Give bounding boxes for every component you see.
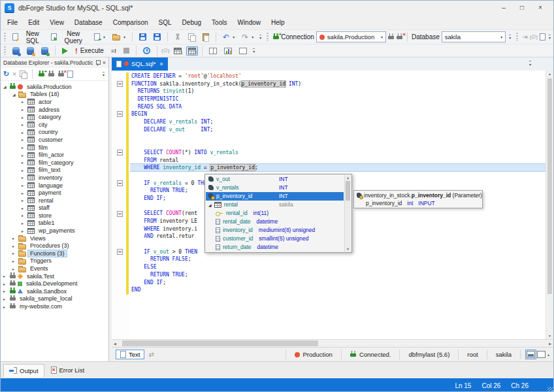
collapsed-arrow-icon[interactable]: ▸ xyxy=(22,168,27,172)
expanded-arrow-icon[interactable]: ◢ xyxy=(208,203,212,207)
disconnect-icon[interactable]: × xyxy=(397,33,403,41)
collapsed-arrow-icon[interactable]: ▸ xyxy=(22,229,27,233)
collapsed-arrow-icon[interactable]: ▸ xyxy=(12,251,18,255)
query-profiler-button[interactable] xyxy=(221,47,235,55)
execute-script-button[interactable]: ≡! xyxy=(108,47,119,55)
connect-icon[interactable] xyxy=(388,33,395,41)
completion-item-inventory_id[interactable]: inventory_idmediumint(8) unsigned xyxy=(206,226,344,235)
run-button[interactable] xyxy=(59,47,71,55)
dropdown-icon[interactable]: ▾ xyxy=(103,35,105,39)
dropdown-icon[interactable]: ▾ xyxy=(252,35,253,39)
toolbar-overflow-icon[interactable]: ▾ xyxy=(509,35,511,40)
database-select[interactable]: sakila ▾ xyxy=(442,31,506,42)
tree-item-views[interactable]: ▸Views xyxy=(1,235,108,242)
maximize-button[interactable]: □ xyxy=(513,1,531,14)
code-line-1[interactable]: CREATE DEFINER = 'root'@'localhost' xyxy=(131,73,546,80)
toolbar-grip[interactable] xyxy=(4,33,6,41)
duplicate-icon[interactable] xyxy=(20,71,27,78)
new-connection-icon[interactable]: + xyxy=(272,33,279,41)
toolbar-grip[interactable] xyxy=(267,33,269,41)
collapsed-arrow-icon[interactable]: ▸ xyxy=(22,191,27,195)
collapsed-arrow-icon[interactable]: ▸ xyxy=(22,198,27,203)
menu-edit[interactable]: Edit xyxy=(23,17,44,28)
row-count-icon[interactable]: (∅) xyxy=(530,35,538,40)
explorer-overflow-icon[interactable]: ▾ xyxy=(103,72,105,77)
scroll-down-icon[interactable]: ▼ xyxy=(546,334,553,338)
new-connection-icon[interactable]: + xyxy=(38,71,44,78)
menu-window[interactable]: Window xyxy=(232,17,266,28)
scrollbar-thumb[interactable] xyxy=(122,340,318,346)
collapsed-arrow-icon[interactable]: ▸ xyxy=(22,137,27,142)
collapsed-arrow-icon[interactable]: ▸ xyxy=(22,115,27,120)
text-view-button[interactable]: Text xyxy=(116,350,144,359)
tree-item-sakila-sample-local[interactable]: ▸sakila_sample_local xyxy=(1,295,108,303)
code-line-10[interactable] xyxy=(131,141,546,149)
tree-item-language[interactable]: ▸language xyxy=(1,182,108,189)
tree-item-functions-3-[interactable]: ▸Functions (3) xyxy=(1,250,108,257)
completion-item-v_out[interactable]: v_outINT xyxy=(206,175,344,184)
code-line-29[interactable]: END xyxy=(131,286,546,294)
completion-scrollbar[interactable]: ▲ ▼ xyxy=(344,175,351,252)
stop-button[interactable] xyxy=(121,47,132,54)
collapsed-arrow-icon[interactable]: ▸ xyxy=(3,274,9,278)
collapsed-arrow-icon[interactable]: ▸ xyxy=(12,267,18,271)
collapse-panel-icon[interactable]: ▴ xyxy=(547,352,549,357)
collapsed-arrow-icon[interactable]: ▸ xyxy=(22,145,27,150)
go-to-icon[interactable]: ⇥ xyxy=(522,34,527,41)
fold-collapse-box[interactable] xyxy=(117,180,123,186)
pin-icon[interactable] xyxy=(95,60,100,66)
dropdown-icon[interactable]: ▾ xyxy=(233,35,235,39)
redo-button[interactable]: ↷ ▾ xyxy=(239,33,256,42)
code-line-2[interactable]: FUNCTION sakila.inventory_in_stock(p_inv… xyxy=(131,80,546,88)
tree-item-sakila-test[interactable]: ▸sakila.Test xyxy=(1,272,108,280)
stop-refresh-icon[interactable]: × xyxy=(12,71,16,78)
database-sync-button[interactable] xyxy=(39,46,51,56)
code-line-6[interactable]: BEGIN xyxy=(131,110,546,118)
collapsed-arrow-icon[interactable]: ▸ xyxy=(22,213,27,218)
layout-button[interactable] xyxy=(206,47,220,55)
explorer-tree[interactable]: ◢sakila.Production◢Tables (18)▸actor▸add… xyxy=(1,81,108,361)
collapsed-arrow-icon[interactable]: ▸ xyxy=(3,304,9,309)
collapsed-arrow-icon[interactable]: ▸ xyxy=(22,183,27,188)
scroll-down-icon[interactable]: ▼ xyxy=(345,247,351,251)
tab-output[interactable]: Output xyxy=(3,364,44,377)
menu-sql[interactable]: SQL xyxy=(154,17,177,28)
toolbar-grip[interactable] xyxy=(4,46,6,55)
tree-item-rental[interactable]: ▸rental xyxy=(1,197,108,204)
execute-button[interactable]: ! Execute xyxy=(73,46,106,56)
tree-item-table1[interactable]: ▸table1 xyxy=(1,220,108,227)
database-new-button[interactable] xyxy=(10,46,22,56)
collapsed-arrow-icon[interactable]: ▸ xyxy=(3,289,9,293)
swap-view-icon[interactable]: ⇄ xyxy=(148,351,154,358)
tree-item-store[interactable]: ▸store xyxy=(1,212,108,220)
connection-select[interactable]: sakila.Production ▾ xyxy=(316,31,386,42)
scroll-up-icon[interactable]: ▲ xyxy=(546,72,553,76)
tree-item-city[interactable]: ▸city xyxy=(1,121,108,129)
fold-collapse-box[interactable] xyxy=(117,211,123,217)
undo-button[interactable]: ↶ ▾ xyxy=(220,33,237,42)
import-data-button[interactable]: ↓ xyxy=(171,47,184,55)
code-line-9[interactable] xyxy=(131,133,546,141)
tree-item-sakila-sandbox[interactable]: ▸sakila.Sandbox xyxy=(1,287,108,295)
completion-item-v_rentals[interactable]: v_rentalsINT xyxy=(206,184,344,192)
menu-help[interactable]: Help xyxy=(266,17,290,28)
code-line-8[interactable]: DECLARE v_out INT; xyxy=(131,126,546,134)
tree-item-events[interactable]: ▸Events xyxy=(1,265,108,272)
scroll-right-icon[interactable]: ▶ xyxy=(549,342,551,346)
tree-item-sakila-development[interactable]: ▸sakila.Development xyxy=(1,280,108,287)
minimize-button[interactable]: – xyxy=(495,1,513,14)
menu-view[interactable]: View xyxy=(44,17,69,28)
query-history-button[interactable] xyxy=(140,46,153,55)
save-all-button[interactable] xyxy=(151,33,163,41)
code-line-11[interactable]: SELECT COUNT(*) INTO v_rentals xyxy=(131,149,546,157)
code-line-3[interactable]: RETURNS tinyint(1) xyxy=(131,88,546,95)
completion-item-rental_date[interactable]: rental_datedatetime xyxy=(206,218,344,226)
new-window-button[interactable] xyxy=(236,47,250,55)
disconnect-icon[interactable]: × xyxy=(57,71,64,78)
scrollbar-thumb[interactable] xyxy=(346,181,350,201)
collapsed-arrow-icon[interactable]: ▸ xyxy=(22,153,27,157)
tree-item-film-actor[interactable]: ▸film_actor xyxy=(1,151,108,159)
expanded-arrow-icon[interactable]: ◢ xyxy=(12,92,18,97)
refresh-icon[interactable]: ↻ xyxy=(3,71,9,78)
tree-item-country[interactable]: ▸country xyxy=(1,129,108,137)
